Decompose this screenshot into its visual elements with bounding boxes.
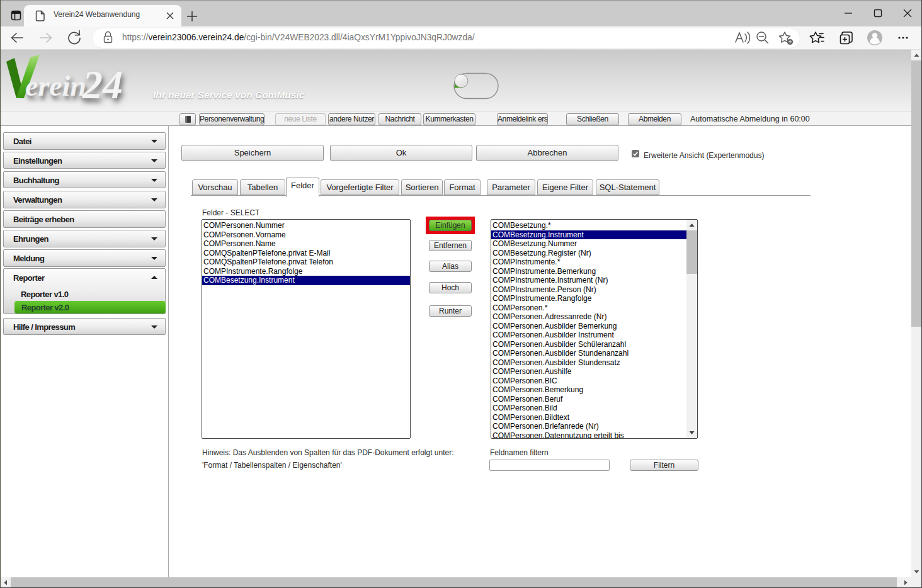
svg-text:24: 24 (82, 62, 123, 107)
svg-text:erein: erein (25, 70, 86, 102)
